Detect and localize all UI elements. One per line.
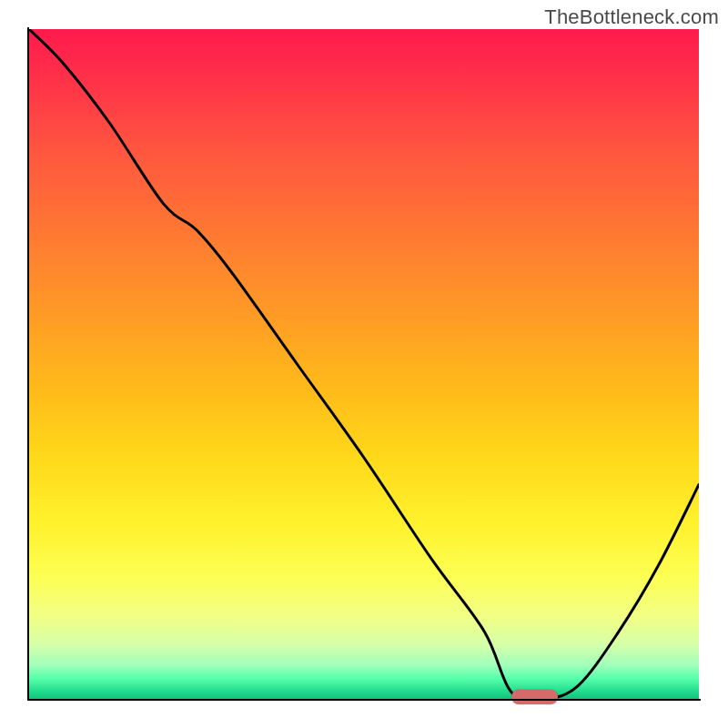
curve-layer [29,29,699,699]
x-axis [27,699,701,701]
watermark-text: TheBottleneck.com [544,5,719,29]
bottleneck-chart: TheBottleneck.com [0,0,728,728]
bottleneck-curve-path [29,29,699,699]
y-axis [27,27,29,701]
optimal-range-marker [511,690,559,704]
